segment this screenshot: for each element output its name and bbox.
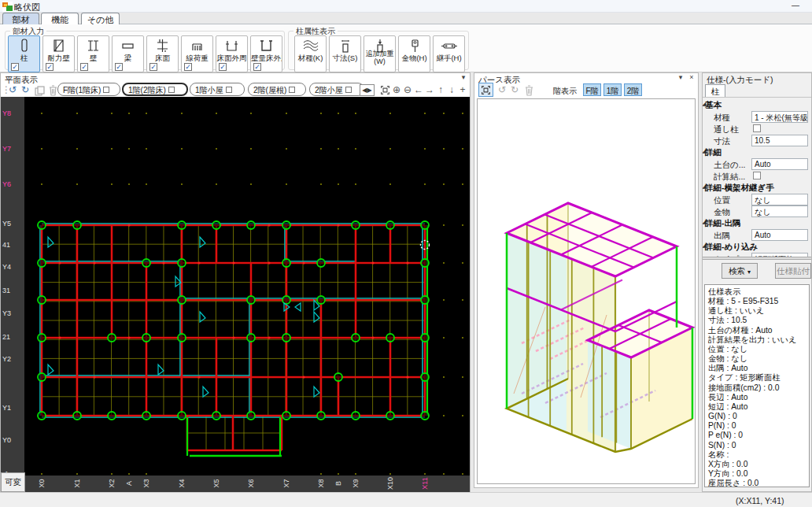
- toolbar: 部材入力 柱属性表示 柱✓耐力壁✓壁✓梁✓床面✓線荷重✓床面外周✓壁量床外周✓ …: [0, 24, 812, 72]
- fit-view-button[interactable]: [478, 83, 493, 97]
- persp-floor-toggle-1[interactable]: 1階: [603, 83, 622, 96]
- main-tab-0[interactable]: 部材: [2, 13, 39, 24]
- tool-button-wall-floor-perimeter[interactable]: 壁量床外周✓: [250, 35, 282, 72]
- persp-floor-toggle-2[interactable]: 2階: [624, 83, 642, 96]
- floor-tab-checkbox[interactable]: [168, 87, 175, 93]
- tool-button-column[interactable]: 柱✓: [8, 35, 40, 72]
- persp-floor-toggle-0[interactable]: F階: [583, 83, 601, 96]
- x-ruler-label: B: [334, 476, 342, 491]
- tool-button-joint[interactable]: 継手(H): [433, 35, 465, 72]
- tool-button-checkbox[interactable]: ✓: [149, 63, 157, 71]
- main-tab-1[interactable]: 機能: [41, 13, 79, 24]
- tool-button-dimension[interactable]: 寸法(S): [329, 35, 361, 72]
- property-label: 金物: [714, 207, 730, 218]
- pan-down-icon[interactable]: ↓: [446, 84, 457, 95]
- hardware-icon: [405, 38, 424, 54]
- minimize-button[interactable]: —: [784, 1, 807, 12]
- tool-button-beam[interactable]: 梁✓: [112, 35, 144, 72]
- floor-tab-1[interactable]: 1階(2階床): [122, 83, 188, 96]
- property-section-header[interactable]: ◢詳細-横架材継ぎ手: [703, 182, 811, 194]
- tool-button-checkbox[interactable]: ✓: [184, 63, 192, 71]
- property-section-header[interactable]: ◢基本: [703, 99, 811, 111]
- zoom-out-icon[interactable]: ⊖: [402, 84, 413, 95]
- floor-tab-checkbox[interactable]: [289, 87, 295, 93]
- property-checkbox[interactable]: [753, 124, 761, 132]
- spec-display-line: タイプ : 矩形断面柱: [708, 373, 809, 383]
- tool-button-line-load[interactable]: 線荷重✓: [181, 35, 213, 72]
- tool-button-checkbox[interactable]: ✓: [219, 63, 227, 71]
- grid-plus-icon[interactable]: +: [457, 84, 468, 95]
- dimension-icon: [336, 38, 355, 54]
- zoom-in-icon[interactable]: ⊕: [391, 84, 402, 95]
- tool-button-bearing-wall[interactable]: 耐力壁✓: [42, 35, 75, 72]
- floor-tab-3[interactable]: 2階(屋根): [248, 83, 306, 96]
- tool-button-checkbox[interactable]: ✓: [115, 63, 123, 71]
- y-ruler-label: 31: [2, 287, 10, 294]
- redo-icon[interactable]: ↻: [20, 84, 31, 95]
- tool-button-floor-surface[interactable]: 床面✓: [146, 35, 179, 72]
- property-value-combo[interactable]: Auto: [751, 158, 808, 170]
- tool-button-added-load[interactable]: 追加加重 (W): [364, 35, 396, 72]
- pan-right-icon[interactable]: →: [424, 84, 435, 95]
- tool-button-checkbox[interactable]: ✓: [46, 63, 54, 71]
- persp-undo-icon[interactable]: ↺: [496, 84, 507, 95]
- spec-display-line: 計算結果を出力 : いいえ: [708, 335, 809, 345]
- pan-up-icon[interactable]: ↑: [435, 84, 446, 95]
- main-tab-2[interactable]: その他: [81, 13, 120, 24]
- spec-display-box: 仕様表示材種 : 5 - E95-F315通し柱 : いいえ寸法 : 10.5土…: [704, 284, 810, 487]
- tool-button-checkbox[interactable]: ✓: [11, 63, 19, 71]
- search-button[interactable]: 検索 ▾: [722, 263, 758, 279]
- property-value-combo[interactable]: なし: [751, 194, 808, 205]
- persp-redo-icon[interactable]: ↻: [509, 84, 520, 95]
- spec-tab-column[interactable]: 柱: [705, 84, 725, 97]
- property-checkbox[interactable]: [753, 172, 761, 179]
- spec-paste-button[interactable]: 仕様貼付: [775, 263, 811, 279]
- zoom-fit-icon[interactable]: [380, 85, 390, 95]
- trash-icon[interactable]: [48, 85, 58, 96]
- tool-button-wall[interactable]: 壁✓: [77, 35, 109, 72]
- spec-display-line: 短辺 : Auto: [708, 402, 809, 412]
- plan-drawing-canvas[interactable]: [24, 97, 470, 476]
- property-value-combo[interactable]: Auto: [751, 229, 808, 241]
- property-splitter[interactable]: [703, 257, 811, 260]
- property-section-header[interactable]: ◢詳細-めり込み: [703, 241, 811, 253]
- persp-trash-icon[interactable]: [524, 85, 534, 96]
- tool-button-label: 床面外周: [216, 54, 247, 62]
- floor-tab-checkbox[interactable]: [226, 87, 232, 93]
- floor-tab-checkbox[interactable]: [345, 87, 352, 93]
- plan-panel-menu-icon[interactable]: ▾: [459, 73, 468, 81]
- property-section-header[interactable]: ◢詳細: [703, 146, 811, 158]
- property-row: 出隅Auto: [703, 229, 811, 241]
- floor-tab-2[interactable]: 1階小屋: [190, 83, 245, 96]
- perspective-panel-close-icon[interactable]: ×: [687, 73, 696, 81]
- pan-left-icon[interactable]: ←: [413, 84, 424, 95]
- spec-display-line: Y方向 : 0.0: [708, 469, 809, 479]
- floor-tab-label: 1階小屋: [195, 86, 223, 94]
- floor-tab-checkbox[interactable]: [103, 87, 109, 93]
- floor-tab-4[interactable]: 2階小屋: [309, 83, 364, 96]
- property-section-header[interactable]: ◢詳細-出隅: [703, 217, 811, 229]
- property-value-combo[interactable]: 1 - 米松(無等級): [751, 111, 808, 123]
- property-value-text[interactable]: 10.5: [751, 135, 808, 146]
- spec-display-line: 長辺 : Auto: [708, 393, 809, 402]
- copy-icon[interactable]: [35, 86, 45, 96]
- floor-perimeter-icon: [223, 38, 242, 54]
- spec-display-line: 金物 : なし: [708, 354, 809, 364]
- variable-button[interactable]: 可変: [1, 472, 25, 492]
- tool-button-floor-perimeter[interactable]: 床面外周✓: [216, 35, 248, 72]
- cursor-coordinates: (X:X11, Y:41): [736, 496, 784, 505]
- tool-button-material[interactable]: 材種(K): [294, 35, 327, 72]
- tool-button-checkbox[interactable]: ✓: [253, 63, 261, 71]
- pan-toggle-icon[interactable]: ◀▶: [360, 84, 375, 96]
- property-value-combo[interactable]: なし: [751, 205, 808, 217]
- tool-button-checkbox[interactable]: ✓: [80, 63, 88, 71]
- spec-display-title: 仕様表示: [708, 287, 809, 297]
- application-window: 略伏図 — 部材入力 柱属性表示 柱✓耐力壁✓壁✓梁✓床面✓線荷重✓床面外周✓壁…: [0, 0, 812, 507]
- undo-icon[interactable]: ↺: [7, 84, 18, 95]
- perspective-view[interactable]: [477, 98, 696, 484]
- tool-button-hardware[interactable]: 金物(H): [398, 35, 430, 72]
- floor-tab-0[interactable]: F階(1階床): [57, 83, 120, 96]
- perspective-panel-menu-icon[interactable]: ▾: [676, 73, 685, 81]
- status-bar: (X:X11, Y:41): [0, 492, 812, 507]
- app-icon: [2, 2, 13, 12]
